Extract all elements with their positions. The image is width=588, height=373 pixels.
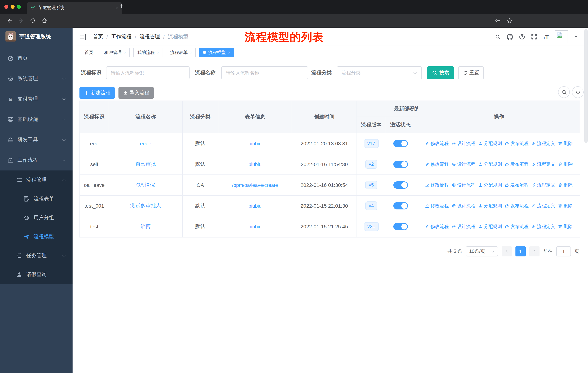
page-scrollbar[interactable] [584, 29, 588, 143]
sidebar-item-基础设施[interactable]: 基础设施 [0, 109, 73, 130]
process-name-link[interactable]: 测试多审批人 [130, 202, 161, 209]
form-info-link[interactable]: biubiu [248, 203, 262, 209]
action-流程定义[interactable]: 流程定义 [532, 203, 555, 209]
action-设计流程[interactable]: 设计流程 [452, 161, 475, 167]
form-info-link[interactable]: biubiu [248, 141, 262, 146]
tag-流程模型[interactable]: 流程模型× [200, 48, 234, 57]
sidebar-item-系统管理[interactable]: 系统管理 [0, 69, 73, 89]
back-icon[interactable] [7, 18, 12, 24]
action-设计流程[interactable]: 设计流程 [452, 141, 475, 147]
sidebar-fold-icon[interactable] [80, 34, 86, 40]
action-流程定义[interactable]: 流程定义 [532, 141, 555, 147]
reload-icon[interactable] [30, 18, 35, 23]
active-toggle[interactable] [393, 161, 408, 168]
window-zoom-button[interactable] [17, 5, 21, 9]
show-search-button[interactable] [558, 86, 570, 98]
tag-close-icon[interactable]: × [124, 50, 126, 55]
create-process-button[interactable]: 新建流程 [79, 87, 115, 99]
goto-page-input[interactable] [556, 246, 571, 256]
action-设计流程[interactable]: 设计流程 [452, 203, 475, 209]
action-发布流程[interactable]: 发布流程 [505, 203, 529, 209]
action-分配规则[interactable]: 分配规则 [478, 223, 502, 230]
avatar[interactable] [555, 30, 568, 43]
active-toggle[interactable] [393, 140, 408, 147]
breadcrumb-item[interactable]: 工作流程 [111, 33, 132, 40]
sidebar-item-流程表单[interactable]: 流程表单 [0, 189, 73, 208]
search-icon[interactable] [495, 34, 501, 40]
window-close-button[interactable] [4, 5, 8, 9]
tag-租户管理[interactable]: 租户管理× [101, 48, 130, 57]
action-删除[interactable]: 删除 [558, 141, 573, 147]
action-删除[interactable]: 删除 [558, 223, 573, 230]
github-icon[interactable] [507, 34, 513, 40]
active-toggle[interactable] [393, 202, 408, 210]
tab-close-icon[interactable] [115, 6, 118, 10]
window-minimize-button[interactable] [10, 5, 15, 9]
next-page-button[interactable] [529, 246, 539, 256]
caret-down-icon[interactable] [574, 35, 578, 39]
action-设计流程[interactable]: 设计流程 [452, 182, 475, 188]
refresh-table-button[interactable] [572, 86, 584, 98]
tag-close-icon[interactable]: × [228, 50, 230, 55]
action-发布流程[interactable]: 发布流程 [505, 182, 529, 188]
action-设计流程[interactable]: 设计流程 [452, 223, 475, 230]
breadcrumb-item[interactable]: 首页 [93, 33, 103, 40]
tag-close-icon[interactable]: × [190, 50, 192, 55]
action-流程定义[interactable]: 流程定义 [532, 161, 555, 167]
process-name-input[interactable] [221, 66, 308, 80]
key-icon[interactable] [495, 18, 501, 23]
sidebar-item-支付管理[interactable]: ¥支付管理 [0, 89, 73, 109]
page-size-select[interactable]: 10条/页 [466, 246, 498, 256]
action-分配规则[interactable]: 分配规则 [478, 203, 502, 209]
prev-page-button[interactable] [502, 246, 512, 256]
question-icon[interactable] [519, 34, 525, 40]
action-流程定义[interactable]: 流程定义 [532, 223, 555, 230]
home-icon[interactable] [42, 18, 47, 23]
active-toggle[interactable] [393, 181, 408, 189]
sidebar-item-任务管理[interactable]: 任务管理 [0, 246, 73, 265]
action-删除[interactable]: 删除 [558, 203, 573, 209]
sidebar-item-用户分组[interactable]: 用户分组 [0, 208, 73, 227]
action-修改流程[interactable]: 修改流程 [425, 161, 449, 167]
process-id-input[interactable] [106, 66, 189, 80]
action-修改流程[interactable]: 修改流程 [425, 203, 449, 209]
new-tab-button[interactable] [119, 3, 124, 8]
action-修改流程[interactable]: 修改流程 [425, 223, 449, 230]
action-修改流程[interactable]: 修改流程 [425, 182, 449, 188]
bookmark-star-icon[interactable] [507, 18, 513, 24]
forward-icon[interactable] [18, 18, 24, 24]
fullscreen-icon[interactable] [531, 34, 537, 40]
tag-close-icon[interactable]: × [157, 50, 159, 55]
tag-流程表单[interactable]: 流程表单× [167, 48, 196, 57]
process-name-link[interactable]: OA 请假 [136, 182, 155, 188]
sidebar-item-工作流程[interactable]: 工作流程 [0, 150, 73, 171]
current-page-button[interactable]: 1 [515, 246, 526, 256]
process-name-link[interactable]: 滔博 [141, 223, 151, 230]
action-分配规则[interactable]: 分配规则 [478, 141, 502, 147]
sidebar-item-研发工具[interactable]: 研发工具 [0, 130, 73, 150]
action-删除[interactable]: 删除 [558, 161, 573, 167]
browser-tab[interactable]: 芋道管理系统 [27, 2, 122, 14]
active-toggle[interactable] [393, 223, 408, 230]
action-发布流程[interactable]: 发布流程 [505, 161, 529, 167]
search-button[interactable]: 搜索 [427, 66, 454, 80]
action-发布流程[interactable]: 发布流程 [505, 223, 529, 230]
breadcrumb-item[interactable]: 流程管理 [140, 33, 160, 40]
sidebar-item-请假查询[interactable]: 请假查询 [0, 265, 73, 284]
form-info-link[interactable]: /bpm/oa/leave/create [232, 182, 278, 188]
action-删除[interactable]: 删除 [558, 182, 573, 188]
action-修改流程[interactable]: 修改流程 [425, 141, 449, 147]
process-category-select[interactable]: 流程分类 [337, 66, 422, 80]
process-name-link[interactable]: eeee [140, 141, 151, 146]
form-info-link[interactable]: biubiu [248, 224, 262, 229]
font-size-icon[interactable]: TT [543, 34, 549, 40]
action-发布流程[interactable]: 发布流程 [505, 141, 529, 147]
form-info-link[interactable]: biubiu [248, 161, 262, 167]
reset-button[interactable]: 重置 [458, 66, 484, 80]
action-分配规则[interactable]: 分配规则 [478, 182, 502, 188]
import-process-button[interactable]: 导入流程 [118, 87, 154, 99]
sidebar-item-流程管理[interactable]: 流程管理 [0, 171, 73, 189]
sidebar-item-流程模型[interactable]: 流程模型 [0, 227, 73, 246]
tag-我的流程[interactable]: 我的流程× [134, 48, 163, 57]
sidebar-item-首页[interactable]: 首页 [0, 48, 73, 69]
